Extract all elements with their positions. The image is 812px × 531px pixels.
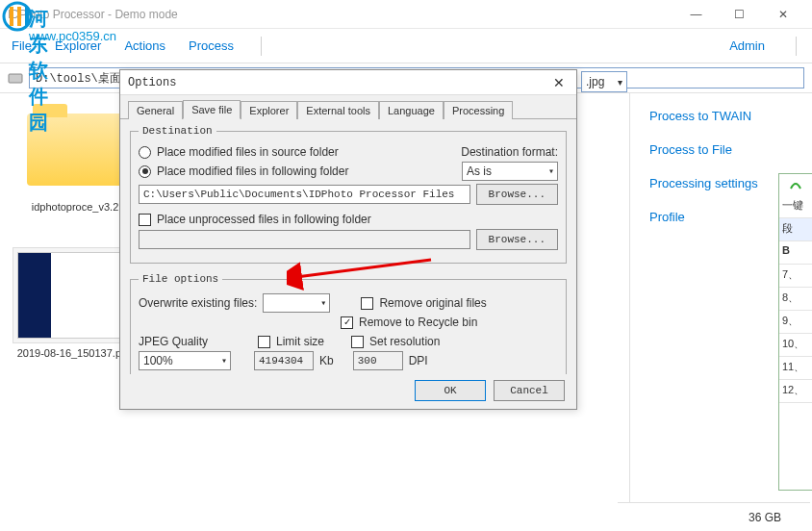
tab-external-tools[interactable]: External tools [297,101,379,119]
drive-icon [8,70,23,86]
tab-general[interactable]: General [128,101,183,119]
check-unprocessed-label: Place unprocessed files in following fol… [157,213,371,226]
overwrite-label: Overwrite existing files: [139,296,257,310]
limit-size-input [254,351,314,370]
minimize-button[interactable]: — [674,0,718,28]
thumb-caption: 2019-08-16_150137.png [17,347,134,359]
remove-recycle-label: Remove to Recycle bin [359,316,477,329]
check-set-resolution[interactable] [351,336,364,348]
rpanel-item: 7、 [779,265,812,288]
browse-button-2[interactable]: Browse... [476,229,558,250]
cancel-button[interactable]: Cancel [494,380,565,401]
check-remove-original[interactable] [361,297,373,310]
destination-group: Destination Place modified files in sour… [130,125,567,264]
disk-space: 36 GB [749,511,781,524]
dpi-label: DPI [409,354,428,367]
link-processing-settings[interactable]: Processing settings [649,176,793,190]
radio-following-label: Place modified files in following folder [157,164,348,178]
destination-legend: Destination [139,125,216,137]
menu-process[interactable]: Process [189,38,234,53]
rpanel-item: 9、 [779,311,812,334]
statusbar: 36 GB [618,502,810,531]
format-label: Destination format: [461,145,558,159]
rpanel-item: B [779,241,812,265]
rpanel-item: 段 [779,218,812,241]
rpanel-item: 12、 [779,380,812,403]
menu-file[interactable]: File [12,38,32,53]
check-limit-size[interactable] [258,336,270,348]
dialog-tabs: General Save file Explorer External tool… [120,96,576,119]
close-button[interactable]: ✕ [761,0,804,28]
thumb-caption: idphotoproce_v3.2 [32,201,119,213]
jpeg-label: JPEG Quality [139,335,225,348]
limit-size-label: Limit size [276,335,324,348]
dialog-titlebar: Options ✕ [120,70,576,95]
check-unprocessed[interactable] [139,214,151,226]
check-remove-recycle[interactable] [341,316,353,329]
browse-button-1[interactable]: Browse... [476,184,558,205]
tab-panel: Destination Place modified files in sour… [120,118,576,374]
set-resolution-label: Set resolution [369,335,440,348]
format-combo[interactable]: As is [462,162,558,181]
dialog-close-button[interactable]: ✕ [549,75,569,90]
rpanel-item: 8、 [779,288,812,311]
rpanel-item: 一键 [779,195,812,218]
right-panel: 一键 段 B 7、 8、 9、 10、 11、 12、 [778,173,812,491]
radio-following-folder[interactable] [139,165,151,178]
kb-label: Kb [319,354,334,367]
tab-explorer[interactable]: Explorer [241,101,297,119]
dpi-input [353,351,403,370]
tab-save-file[interactable]: Save file [183,100,241,119]
tab-language[interactable]: Language [379,101,444,119]
menu-explorer[interactable]: Explorer [55,38,101,53]
menu-separator [261,37,262,56]
options-dialog: Options ✕ General Save file Explorer Ext… [119,69,577,410]
dialog-buttons: OK Cancel [415,380,565,401]
dialog-title: Options [128,76,549,89]
overwrite-combo[interactable] [263,293,330,313]
link-process-file[interactable]: Process to File [649,142,793,157]
link-profile[interactable]: Profile [649,210,793,224]
file-options-group: File options Overwrite existing files: R… [130,273,567,374]
menu-admin[interactable]: Admin [729,38,765,53]
menu-actions[interactable]: Actions [124,38,165,53]
menubar: File Explorer Actions Process Admin [0,29,812,63]
remove-original-label: Remove original files [379,296,486,310]
jpeg-quality-combo[interactable]: 100% [139,351,231,370]
file-options-legend: File options [139,273,222,285]
app-title: IDPhoto Processor - Demo mode [8,8,674,21]
unprocessed-path-input [139,230,470,249]
radio-source-label: Place modified files in source folder [157,145,339,159]
svg-rect-4 [9,74,22,83]
rpanel-item: 11、 [779,357,812,380]
titlebar: IDPhoto Processor - Demo mode — ☐ ✕ [0,0,812,29]
tab-processing[interactable]: Processing [444,101,513,119]
ok-button[interactable]: OK [415,380,486,401]
rpanel-item: 10、 [779,334,812,357]
radio-source-folder[interactable] [139,146,151,159]
link-process-twain[interactable]: Process to TWAIN [649,109,793,123]
maximize-button[interactable]: ☐ [718,0,761,28]
dest-path-input[interactable] [139,185,470,204]
folder-icon [27,114,123,186]
menu-separator [796,37,797,56]
extension-combo[interactable]: .jpg [581,71,627,92]
